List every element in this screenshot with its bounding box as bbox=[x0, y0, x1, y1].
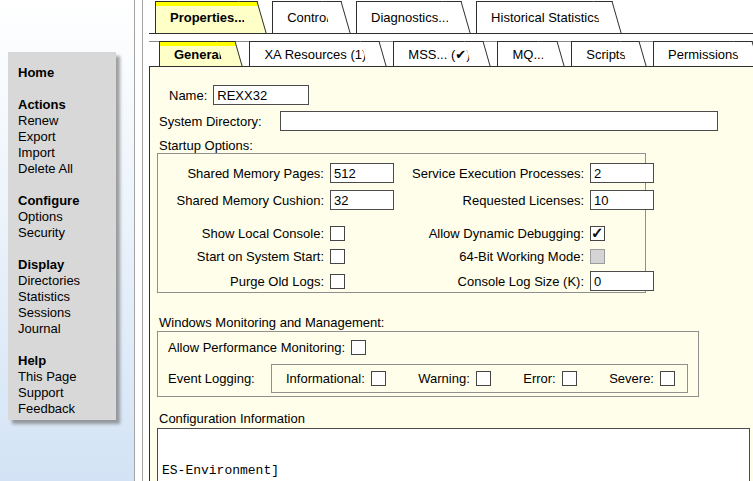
sidebar-section-home: Home bbox=[18, 65, 116, 81]
name-row: Name: bbox=[169, 85, 309, 105]
tab-general[interactable]: General bbox=[159, 41, 230, 66]
performance-monitoring-row: Allow Performance Monitoring: bbox=[168, 340, 688, 355]
shared-memory-cushion-input[interactable] bbox=[330, 190, 394, 210]
requested-licenses-input[interactable] bbox=[590, 190, 654, 210]
severe-checkbox[interactable] bbox=[660, 371, 675, 386]
name-label: Name: bbox=[169, 88, 207, 103]
tab-mss[interactable]: MSS... (✔) bbox=[393, 41, 478, 66]
sidebar: Home Actions Renew Export Import Delete … bbox=[8, 52, 116, 420]
config-line-1: ES-Environment] bbox=[162, 463, 745, 479]
sidebar-item-directories[interactable]: Directories bbox=[18, 273, 116, 289]
event-logging-row: Event Logging: Informational: Warning: E… bbox=[168, 364, 688, 393]
divider-line-1 bbox=[134, 0, 135, 481]
tab-xa-resources[interactable]: XA Resources (1) bbox=[249, 41, 374, 66]
tab-mq[interactable]: MQ... bbox=[497, 41, 552, 66]
sidebar-item-home[interactable]: Home bbox=[18, 65, 116, 81]
startup-options-groupbox: Shared Memory Pages: Service Execution P… bbox=[157, 153, 646, 293]
sidebar-item-renew[interactable]: Renew bbox=[18, 113, 116, 129]
sidebar-item-options[interactable]: Options bbox=[18, 209, 116, 225]
sidebar-item-delete-all[interactable]: Delete All bbox=[18, 161, 116, 177]
severe-label: Severe: bbox=[609, 371, 654, 386]
console-log-size-input[interactable] bbox=[590, 271, 654, 291]
system-directory-label: System Directory: bbox=[159, 114, 262, 129]
sidebar-item-this-page[interactable]: This Page bbox=[18, 369, 116, 385]
sidebar-item-security[interactable]: Security bbox=[18, 225, 116, 241]
secondary-tab-bar: General XA Resources (1) MSS... (✔) MQ..… bbox=[149, 41, 753, 66]
64-bit-working-mode-label: 64-Bit Working Mode: bbox=[412, 249, 590, 264]
allow-performance-monitoring-label: Allow Performance Monitoring: bbox=[168, 340, 345, 355]
error-checkbox[interactable] bbox=[562, 371, 577, 386]
sidebar-item-import[interactable]: Import bbox=[18, 145, 116, 161]
event-logging-groupbox: Informational: Warning: Error: Severe: bbox=[271, 364, 688, 393]
shared-memory-pages-label: Shared Memory Pages: bbox=[162, 166, 330, 181]
shared-memory-cushion-label: Shared Memory Cushion: bbox=[162, 193, 330, 208]
sidebar-heading-actions: Actions bbox=[18, 97, 116, 113]
allow-dynamic-debugging-checkbox[interactable] bbox=[590, 226, 605, 241]
sidebar-item-statistics[interactable]: Statistics bbox=[18, 289, 116, 305]
purge-old-logs-label: Purge Old Logs: bbox=[162, 274, 330, 289]
divider-line-2 bbox=[142, 0, 143, 481]
tab-scripts[interactable]: Scripts bbox=[571, 41, 634, 66]
sidebar-item-feedback[interactable]: Feedback bbox=[18, 401, 116, 417]
sidebar-section-actions: Actions Renew Export Import Delete All bbox=[18, 97, 116, 177]
primary-tab-bar: Properties... Control Diagnostics... His… bbox=[149, 0, 753, 34]
purge-old-logs-checkbox[interactable] bbox=[330, 274, 345, 289]
system-directory-input[interactable] bbox=[280, 111, 718, 131]
allow-dynamic-debugging-label: Allow Dynamic Debugging: bbox=[412, 226, 590, 241]
tab-historical-statistics[interactable]: Historical Statistics bbox=[476, 1, 608, 33]
event-logging-label: Event Logging: bbox=[168, 371, 271, 386]
monitoring-groupbox: Allow Performance Monitoring: Event Logg… bbox=[157, 331, 699, 397]
tab-control[interactable]: Control bbox=[272, 1, 337, 33]
sidebar-heading-help: Help bbox=[18, 353, 116, 369]
system-directory-row: System Directory: bbox=[159, 111, 718, 131]
start-on-system-start-label: Start on System Start: bbox=[162, 249, 330, 264]
64-bit-working-mode-checkbox bbox=[590, 249, 605, 264]
sidebar-item-sessions[interactable]: Sessions bbox=[18, 305, 116, 321]
warning-label: Warning: bbox=[418, 371, 470, 386]
sidebar-item-export[interactable]: Export bbox=[18, 129, 116, 145]
shared-memory-pages-input[interactable] bbox=[330, 163, 394, 183]
informational-label: Informational: bbox=[286, 371, 365, 386]
console-log-size-label: Console Log Size (K): bbox=[412, 274, 590, 289]
requested-licenses-label: Requested Licenses: bbox=[412, 193, 590, 208]
tab-properties[interactable]: Properties... bbox=[155, 1, 253, 33]
sidebar-heading-display: Display bbox=[18, 257, 116, 273]
configuration-information-label: Configuration Information bbox=[159, 411, 305, 426]
sidebar-item-support[interactable]: Support bbox=[18, 385, 116, 401]
sidebar-section-configure: Configure Options Security bbox=[18, 193, 116, 241]
informational-checkbox[interactable] bbox=[371, 371, 386, 386]
general-tab-panel: Name: System Directory: Startup Options:… bbox=[149, 66, 753, 481]
sidebar-item-journal[interactable]: Journal bbox=[18, 321, 116, 337]
show-local-console-label: Show Local Console: bbox=[162, 226, 330, 241]
warning-checkbox[interactable] bbox=[476, 371, 491, 386]
sidebar-section-help: Help This Page Support Feedback bbox=[18, 353, 116, 417]
allow-performance-monitoring-checkbox[interactable] bbox=[351, 340, 366, 355]
sidebar-section-display: Display Directories Statistics Sessions … bbox=[18, 257, 116, 337]
tab-diagnostics[interactable]: Diagnostics... bbox=[356, 1, 457, 33]
page: Home Actions Renew Export Import Delete … bbox=[0, 0, 753, 481]
tab-permissions[interactable]: Permissions bbox=[653, 41, 747, 66]
service-execution-processes-label: Service Execution Processes: bbox=[412, 166, 590, 181]
windows-monitoring-label: Windows Monitoring and Management: bbox=[159, 315, 384, 330]
startup-options-label: Startup Options: bbox=[159, 138, 253, 153]
name-input[interactable] bbox=[213, 85, 309, 105]
error-label: Error: bbox=[523, 371, 556, 386]
show-local-console-checkbox[interactable] bbox=[330, 226, 345, 241]
service-execution-processes-input[interactable] bbox=[590, 163, 654, 183]
sidebar-heading-configure: Configure bbox=[18, 193, 116, 209]
start-on-system-start-checkbox[interactable] bbox=[330, 249, 345, 264]
configuration-information-textarea[interactable]: ES-Environment] MFTRACE_CONFIG=C:\Users\… bbox=[157, 428, 750, 481]
